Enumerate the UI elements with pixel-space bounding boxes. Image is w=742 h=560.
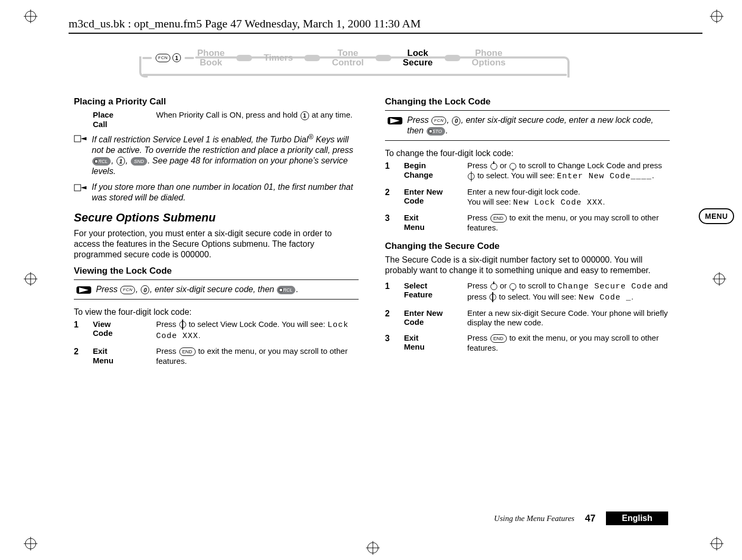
scroll-up-icon xyxy=(490,283,497,290)
side-tab-label: MENU xyxy=(699,208,734,224)
cs-step3-label: Exit Menu xyxy=(404,333,462,353)
zero-key-icon: 0 xyxy=(452,117,460,125)
cs-step1-desc: Press or to scroll to Change Secure Code… xyxy=(467,281,670,303)
heading-secure-options-submenu: Secure Options Submenu xyxy=(74,210,359,225)
place-call-post: at any time. xyxy=(310,110,353,119)
ribbon-key-hint: FCN 1 xyxy=(142,53,194,62)
running-head: m3cd_us.bk : opt_menu.fm5 Page 47 Wednes… xyxy=(69,17,673,31)
s1a: Press xyxy=(156,320,179,329)
clq-a: Press xyxy=(407,115,431,124)
end-key-icon: END xyxy=(179,347,196,356)
end-key-icon: END xyxy=(490,214,507,223)
footer-page-number: 47 xyxy=(585,513,595,524)
crop-mark-br xyxy=(710,537,724,551)
step-1-desc: Press to select View Lock Code. You will… xyxy=(156,320,359,342)
cs-step1-label: Select Feature xyxy=(404,281,462,303)
cs-step3-desc: Press END to exit the menu, or you may s… xyxy=(467,333,670,353)
heading-changing-lock-code: Changing the Lock Code xyxy=(385,96,670,107)
fcn-key-icon: FCN xyxy=(120,286,135,294)
cl1d: to select. You will see: xyxy=(475,171,557,180)
zero-key-icon: 0 xyxy=(141,285,149,294)
s1b: to select View Lock Code. You will see: xyxy=(187,320,327,329)
cs1c: to scroll to xyxy=(517,281,557,290)
change-secure-steps: 1 Select Feature Press or to scroll to C… xyxy=(385,281,670,353)
crop-mark-tl xyxy=(24,9,37,23)
svg-rect-22 xyxy=(74,185,81,191)
cl-step3-label: Exit Menu xyxy=(404,213,462,233)
note-pointer-icon xyxy=(74,133,89,177)
cs-step2-label: Enter New Code xyxy=(404,308,462,329)
step-2-label: Exit Menu xyxy=(93,346,151,366)
crop-mark-ml xyxy=(24,272,37,286)
step-2-num: 2 xyxy=(74,346,88,366)
ribbon-item-phone-book: Phone Book xyxy=(195,47,227,69)
cl-step1-desc: Press or to scroll to Change Lock Code a… xyxy=(467,161,670,182)
place-call-step: Place Call When Priority Call is ON, pre… xyxy=(74,110,359,129)
running-head-rule xyxy=(69,33,702,34)
secure-options-paragraph: For your protection, you must enter a si… xyxy=(74,228,359,260)
step-1-num: 1 xyxy=(74,320,88,342)
cl1c: to scroll to Change Lock Code and press xyxy=(517,161,662,170)
cs1a: Press xyxy=(467,281,490,290)
cs1f: . xyxy=(631,292,633,301)
ribbon-sep xyxy=(236,55,252,61)
note2-text: If you store more than one number in loc… xyxy=(92,182,359,203)
note-pointer-icon xyxy=(74,182,89,203)
change-lock-steps: 1 Begin Change Press or to scroll to Cha… xyxy=(385,161,670,233)
scroll-down-icon xyxy=(509,163,516,170)
content-area: FCN 1 Phone Book Timers Tone Control Loc… xyxy=(74,47,675,366)
ribbon-sep xyxy=(445,55,460,61)
cl2a: Enter a new four-digit lock code. xyxy=(467,187,580,196)
change-secure-paragraph: The Secure Code is a six-digit number fa… xyxy=(385,255,670,276)
cl-step3-desc: Press END to exit the menu, or you may s… xyxy=(467,213,670,233)
s1c: . xyxy=(198,331,200,340)
vq-b: , enter six-digit secure code, then xyxy=(150,285,276,294)
view-lock-intro: To view the four-digit lock code: xyxy=(74,307,359,317)
note1-reg: ® xyxy=(309,133,314,141)
heading-placing-priority-call: Placing a Priority Call xyxy=(74,96,359,107)
cl-step2-desc: Enter a new four-digit lock code. You wi… xyxy=(467,187,670,208)
note-store-more: If you store more than one number in loc… xyxy=(74,182,359,203)
cs-step2-num: 2 xyxy=(385,308,399,329)
s2a: Press xyxy=(156,346,179,355)
note-service-level: If call restriction Service Level 1 is e… xyxy=(74,133,359,177)
cl-step1-num: 1 xyxy=(385,161,399,182)
step-1-label: View Code xyxy=(93,320,151,342)
cl-step3-num: 3 xyxy=(385,213,399,233)
scroll-select-icon xyxy=(468,173,475,180)
change-lock-intro: To change the four-digit lock code: xyxy=(385,148,670,159)
cl-step2-label: Enter New Code xyxy=(404,187,462,208)
cl2b: You will see: xyxy=(467,197,513,206)
end-key-icon: END xyxy=(490,334,507,343)
ribbon-items: Phone Book Timers Tone Control Lock Secu… xyxy=(195,47,564,69)
vq-c: . xyxy=(296,285,298,294)
svg-rect-21 xyxy=(74,136,81,142)
crop-mark-mid-bottom xyxy=(366,541,380,555)
snd-key-icon: SND xyxy=(131,157,147,166)
ribbon-item-tone-control: Tone Control xyxy=(330,47,365,69)
cl1a: Press xyxy=(467,161,490,170)
cs-step1-num: 1 xyxy=(385,281,399,303)
shortcut-icon xyxy=(76,284,92,295)
menu-ribbon: FCN 1 Phone Book Timers Tone Control Loc… xyxy=(142,47,564,83)
change-lock-shortcut: Press FCN, 0, enter six-digit secure cod… xyxy=(385,110,670,141)
one-key-icon: 1 xyxy=(172,53,181,62)
rcl-key-icon: RCL xyxy=(92,157,111,166)
scroll-select-icon xyxy=(179,321,186,328)
place-call-desc: When Priority Call is ON, press and hold… xyxy=(156,110,359,129)
side-tab-menu: MENU xyxy=(699,208,734,224)
cl-step2-num: 2 xyxy=(385,187,399,208)
cs3a: Press xyxy=(467,333,490,342)
clq-c: . xyxy=(446,126,448,135)
cs1lcd1: Change Secure Code xyxy=(557,282,652,291)
place-call-label: Place Call xyxy=(93,110,151,129)
scroll-up-icon xyxy=(490,163,497,170)
footer-language: English xyxy=(606,511,668,525)
place-call-pre: When Priority Call is ON, press and hold xyxy=(156,110,300,119)
ribbon-item-phone-options: Phone Options xyxy=(470,47,508,69)
crop-mark-tr xyxy=(710,9,724,23)
ribbon-sep xyxy=(304,55,320,61)
right-column: Changing the Lock Code Press FCN, 0, ent… xyxy=(385,93,670,366)
cs1e: to select. You will see: xyxy=(497,292,579,301)
note1-a: If call restriction Service Level 1 is e… xyxy=(92,135,309,144)
